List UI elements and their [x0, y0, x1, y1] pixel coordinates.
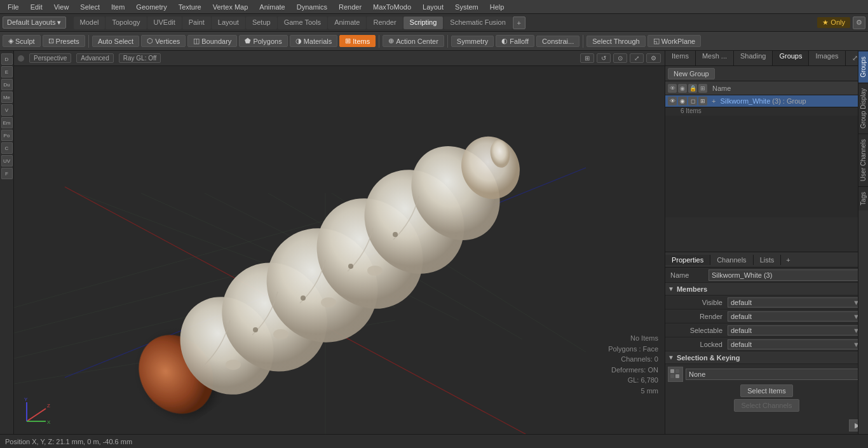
menu-geometry[interactable]: Geometry	[131, 2, 172, 12]
tab-scripting[interactable]: Scripting	[403, 17, 444, 29]
edge-tab-user-channels[interactable]: User Channels	[858, 133, 868, 186]
group-ref-icon[interactable]: ⊞	[698, 97, 707, 105]
props-tab-lists[interactable]: Lists	[754, 255, 782, 265]
visible-select[interactable]: default ▼	[728, 297, 863, 308]
sidebar-tool-dup[interactable]: Du	[1, 79, 13, 90]
rp-expand-icon[interactable]: ⤢	[852, 54, 858, 62]
sculpt-button[interactable]: ◈ Sculpt	[3, 35, 41, 47]
tab-game-tools[interactable]: Game Tools	[278, 17, 328, 29]
group-lock-icon[interactable]: ◻	[688, 97, 697, 105]
props-tab-channels[interactable]: Channels	[710, 255, 753, 265]
rp-tab-items[interactable]: Items	[665, 51, 696, 65]
props-name-input[interactable]	[709, 269, 863, 281]
tab-uvedit[interactable]: UVEdit	[147, 17, 182, 29]
groups-icon-eye[interactable]: 👁	[668, 84, 677, 93]
new-group-button[interactable]: New Group	[668, 68, 715, 79]
select-channels-button[interactable]: Select Channels	[734, 399, 799, 412]
rp-tab-images[interactable]: Images	[809, 51, 845, 65]
menu-texture[interactable]: Texture	[173, 2, 207, 12]
render-select[interactable]: default ▼	[728, 311, 863, 322]
viewport-icon-4[interactable]: ⤢	[630, 53, 644, 63]
rp-tab-mesh[interactable]: Mesh ...	[696, 51, 734, 65]
props-tab-properties[interactable]: Properties	[665, 255, 710, 265]
viewport-icon-1[interactable]: ⊞	[580, 53, 594, 63]
groups-icon-lock[interactable]: 🔒	[688, 84, 697, 93]
action-center-button[interactable]: ⊕ Action Center	[383, 35, 444, 47]
sidebar-tool-v[interactable]: V	[1, 104, 13, 116]
sidebar-tool-em[interactable]: Em	[1, 117, 13, 128]
workplane-button[interactable]: ◱ WorkPlane	[648, 35, 702, 47]
symmetry-button[interactable]: Symmetry	[451, 36, 494, 47]
menu-vertex-map[interactable]: Vertex Map	[208, 2, 254, 12]
group-render-icon[interactable]: ◉	[678, 97, 687, 105]
tab-paint[interactable]: Paint	[182, 17, 211, 29]
tab-render[interactable]: Render	[367, 17, 402, 29]
menu-maxtomodo[interactable]: MaxToModo	[368, 2, 416, 12]
layout-dropdown[interactable]: Default Layouts ▾	[3, 17, 66, 29]
polygons-button[interactable]: ⬟ Polygons	[239, 35, 287, 47]
tab-schematic-fusion[interactable]: Schematic Fusion	[444, 17, 512, 29]
sidebar-tool-1[interactable]: D	[1, 53, 13, 65]
select-through-button[interactable]: Select Through	[587, 36, 645, 47]
viewport-icon-2[interactable]: ↺	[597, 53, 611, 63]
tab-animate[interactable]: Animate	[328, 17, 366, 29]
auto-select-button[interactable]: Auto Select	[92, 36, 139, 47]
menu-animate[interactable]: Animate	[254, 2, 290, 12]
viewport-icon-5[interactable]: ⚙	[646, 53, 661, 63]
sidebar-tool-f[interactable]: F	[1, 168, 13, 179]
menu-layout[interactable]: Layout	[417, 2, 449, 12]
sidebar-tool-mesh[interactable]: Me	[1, 92, 13, 103]
props-tab-add[interactable]: +	[782, 255, 794, 265]
star-only[interactable]: ★ Only	[817, 17, 850, 28]
advanced-button[interactable]: Advanced	[76, 53, 113, 63]
menu-view[interactable]: View	[49, 2, 74, 12]
tab-setup[interactable]: Setup	[246, 17, 277, 29]
tab-layout[interactable]: Layout	[212, 17, 245, 29]
group-visibility-icon[interactable]: 👁	[668, 97, 677, 105]
perspective-button[interactable]: Perspective	[29, 53, 71, 63]
menu-dynamics[interactable]: Dynamics	[292, 2, 332, 12]
groups-icon-ref[interactable]: ⊞	[698, 84, 707, 93]
sel-keying-section-header[interactable]: ▼ Selection & Keying	[665, 351, 868, 364]
select-items-button[interactable]: Select Items	[740, 384, 793, 397]
edge-tab-tags[interactable]: Tags	[858, 186, 868, 210]
viewport-canvas[interactable]: .grid-l { stroke: #3a4a3a; stroke-width:…	[14, 66, 665, 434]
ray-gl-button[interactable]: Ray GL: Off	[119, 53, 161, 63]
rp-tab-groups[interactable]: Groups	[773, 51, 809, 65]
falloff-button[interactable]: ◐ Falloff	[496, 35, 534, 47]
sidebar-tool-c[interactable]: C	[1, 142, 13, 154]
tab-topology[interactable]: Topology	[105, 17, 146, 29]
tab-add[interactable]: +	[513, 17, 526, 29]
menu-render[interactable]: Render	[334, 2, 367, 12]
tab-model[interactable]: Model	[74, 17, 105, 29]
locked-select[interactable]: default ▼	[728, 339, 863, 350]
sidebar-tool-pol[interactable]: Po	[1, 130, 13, 141]
menu-system[interactable]: System	[450, 2, 484, 12]
viewport-icon-3[interactable]: ⊙	[613, 53, 627, 63]
menu-item[interactable]: Item	[106, 2, 130, 12]
edge-tab-group-display[interactable]: Group Display	[858, 83, 868, 133]
menu-select[interactable]: Select	[75, 2, 105, 12]
edge-tab-groups[interactable]: Groups	[858, 51, 868, 83]
materials-button[interactable]: ◑ Materials	[290, 35, 338, 47]
settings-icon[interactable]: ⚙	[853, 17, 865, 29]
items-button[interactable]: ⊞ Items	[339, 35, 376, 47]
constraints-button[interactable]: Constrai...	[536, 36, 580, 47]
boundary-button[interactable]: ◫ Boundary	[187, 35, 237, 47]
channels-text: Channels: 0	[608, 354, 658, 365]
sel-icon-box[interactable]	[668, 367, 683, 382]
menu-file[interactable]: File	[3, 2, 24, 12]
viewport[interactable]: Perspective Advanced Ray GL: Off ⊞ ↺ ⊙ ⤢…	[14, 51, 665, 434]
vertices-button[interactable]: ⬡ Vertices	[141, 35, 186, 47]
group-row[interactable]: 👁 ◉ ◻ ⊞ + Silkworm_White (3) : Group	[665, 95, 868, 107]
sidebar-tool-2[interactable]: E	[1, 66, 13, 78]
selectable-select[interactable]: default ▼	[728, 325, 863, 336]
groups-icon-render[interactable]: ◉	[678, 84, 687, 93]
rp-tab-shading[interactable]: Shading	[734, 51, 773, 65]
members-section-header[interactable]: ▼ Members	[665, 283, 868, 295]
sidebar-tool-uv[interactable]: UV	[1, 155, 13, 166]
menu-help[interactable]: Help	[485, 2, 510, 12]
svg-point-28	[367, 266, 383, 276]
presets-button[interactable]: ⊡ Presets	[43, 35, 85, 47]
menu-edit[interactable]: Edit	[25, 2, 48, 12]
